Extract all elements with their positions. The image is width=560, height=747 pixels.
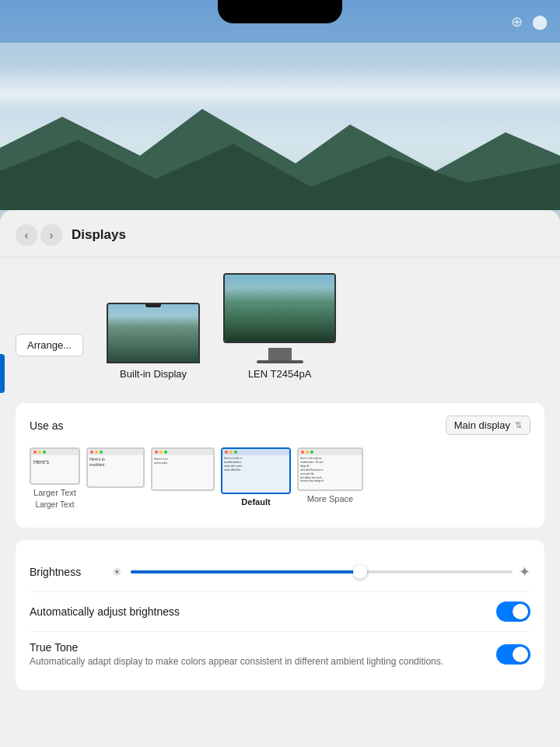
chevron-up-down-icon: ⇅	[515, 420, 522, 430]
builtin-display-thumb[interactable]	[107, 303, 200, 363]
use-as-label: Use as	[30, 419, 64, 432]
brightness-slider[interactable]	[131, 570, 513, 573]
true-tone-text: True Tone Automatically adapt display to…	[30, 641, 484, 668]
displays-section: Arrange... Built-in Display LEN T2454pA	[16, 273, 544, 388]
forward-button[interactable]: ›	[40, 224, 62, 246]
res-label-default: Default	[241, 497, 270, 507]
use-as-row: Use as Main display ⇅	[30, 416, 530, 435]
back-icon: ‹	[25, 229, 29, 241]
res-thumb-larger-text: Here's	[30, 447, 80, 485]
panel-header: ‹ › Displays	[0, 210, 560, 258]
brightness-control: ☀ ✦	[112, 563, 530, 580]
builtin-display-item: Built-in Display	[107, 303, 200, 380]
external-display-label: LEN T2454pA	[248, 368, 311, 380]
settings-card: Use as Main display ⇅	[16, 403, 544, 528]
back-button[interactable]: ‹	[16, 224, 37, 246]
external-display-thumb[interactable]	[223, 273, 336, 343]
camera-icon: ⬤	[532, 13, 548, 30]
arrange-button[interactable]: Arrange...	[16, 334, 83, 356]
resolution-options: Here's Larger Text Larger Text	[30, 447, 530, 515]
res-option-default[interactable]: Here's to the crtroublemakers.ones who s…	[221, 447, 291, 509]
true-tone-row: True Tone Automatically adapt display to…	[30, 632, 530, 678]
brightness-min-icon: ☀	[112, 566, 124, 578]
res-label-more-space: More Space	[307, 494, 353, 503]
notch	[218, 0, 342, 23]
true-tone-toggle[interactable]	[496, 644, 530, 665]
res-thumb-more-space: Here's to the crazy sptroublemakers. The…	[297, 447, 363, 491]
res-option-larger-text[interactable]: Here's Larger Text Larger Text	[30, 447, 80, 509]
true-tone-title: True Tone	[30, 641, 484, 654]
auto-brightness-toggle[interactable]	[496, 601, 530, 622]
mountains	[0, 101, 560, 210]
brightness-fill	[131, 570, 360, 573]
screentime-icon: ⊕	[511, 13, 523, 30]
panel-content: Arrange... Built-in Display LEN T2454pA	[0, 258, 560, 744]
res-option-more-space[interactable]: Here's to the crazy sptroublemakers. The…	[297, 447, 363, 509]
brightness-card: Brightness ☀ ✦ Automatically adjust brig…	[16, 540, 544, 690]
top-bar-icons: ⊕ ⬤	[511, 13, 548, 30]
builtin-display-label: Built-in Display	[120, 368, 187, 380]
res-sublabel-larger-text: Larger Text	[36, 500, 75, 509]
laptop-notch	[145, 304, 161, 307]
brightness-max-icon: ✦	[519, 563, 530, 580]
brightness-row: Brightness ☀ ✦	[30, 552, 530, 592]
forward-icon: ›	[50, 229, 54, 241]
main-display-select[interactable]: Main display ⇅	[446, 416, 530, 435]
external-screen-content	[225, 275, 334, 342]
res-label-larger-text: Larger Text	[33, 488, 76, 497]
top-bar: ⊕ ⬤	[0, 0, 560, 43]
res-thumb-2: Here's totroublem	[86, 447, 145, 488]
sidebar-tab[interactable]	[0, 354, 5, 393]
true-tone-subtitle: Automatically adapt display to make colo…	[30, 655, 484, 668]
res-thumb-default: Here's to the crtroublemakers.ones who s…	[221, 447, 291, 494]
auto-brightness-row: Automatically adjust brightness	[30, 592, 530, 632]
panel-title: Displays	[72, 227, 126, 243]
brightness-thumb[interactable]	[353, 565, 367, 579]
auto-brightness-title: Automatically adjust brightness	[30, 605, 484, 618]
res-option-2[interactable]: Here's totroublem	[86, 447, 145, 509]
mountain-scene	[0, 43, 560, 210]
brightness-label: Brightness	[30, 566, 81, 578]
auto-brightness-text: Automatically adjust brightness	[30, 605, 484, 618]
external-stand	[268, 348, 292, 363]
main-display-value: Main display	[454, 419, 510, 431]
nav-buttons: ‹ ›	[16, 224, 62, 246]
displays-panel: ‹ › Displays Arrange... Built-in Display	[0, 210, 560, 747]
external-display-item: LEN T2454pA	[223, 273, 336, 380]
res-option-3[interactable]: Here's to tones who	[151, 447, 215, 509]
builtin-screen-content	[108, 304, 198, 362]
res-thumb-3: Here's to tones who	[151, 447, 215, 491]
